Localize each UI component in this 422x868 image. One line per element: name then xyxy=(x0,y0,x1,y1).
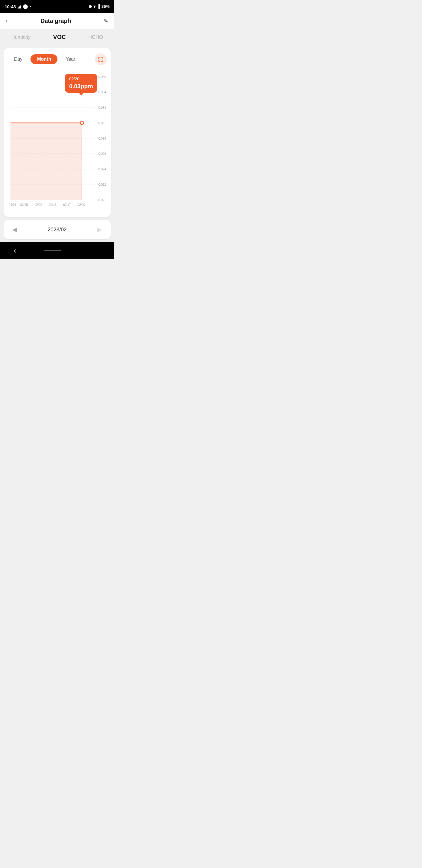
status-bar: 10:43 ◢ ⬤ ● ⊕ ▾ ▐ 36% xyxy=(0,0,114,13)
chart-svg: 0.036 0.034 0.032 0.03 0.028 0.026 0.024… xyxy=(8,71,107,212)
svg-text:02/17: 02/17 xyxy=(63,203,71,207)
next-date-button[interactable]: ▶ xyxy=(94,225,105,235)
bottom-navigation-bar: ‹ xyxy=(0,242,114,259)
svg-text:0.036: 0.036 xyxy=(98,75,106,79)
svg-text:02/13: 02/13 xyxy=(49,203,57,207)
period-month-button[interactable]: Month xyxy=(30,54,58,64)
bottom-back-button[interactable]: ‹ xyxy=(14,246,17,255)
gps-icon: ⊕ xyxy=(89,4,92,9)
status-left: 10:43 ◢ ⬤ ● xyxy=(5,4,31,9)
prev-date-button[interactable]: ◀ xyxy=(9,225,20,235)
dot-icon: ● xyxy=(30,5,31,8)
svg-text:0.02: 0.02 xyxy=(98,198,104,202)
chart-container: 02/20 0.03ppm 0. xyxy=(8,71,107,212)
svg-text:0.024: 0.024 xyxy=(98,167,106,171)
expand-chart-button[interactable] xyxy=(95,53,107,65)
header: ‹ Data graph ✎ xyxy=(0,13,114,29)
main-content: Day Month Year 02/20 0.03ppm xyxy=(0,45,114,242)
period-year-button[interactable]: Year xyxy=(59,54,82,64)
svg-text:0.03: 0.03 xyxy=(98,121,104,125)
chart-fill-area xyxy=(10,123,82,200)
svg-text:02/20: 02/20 xyxy=(77,203,85,207)
page-title: Data graph xyxy=(40,18,71,24)
current-date-label: 2023/02 xyxy=(47,227,67,233)
facebook-icon: ⬤ xyxy=(23,4,28,9)
chart-card: Day Month Year 02/20 0.03ppm xyxy=(3,48,111,217)
svg-text:0.034: 0.034 xyxy=(98,90,106,94)
wifi-icon: ▾ xyxy=(94,4,96,9)
status-right: ⊕ ▾ ▐ 36% xyxy=(89,4,109,9)
time-display: 10:43 xyxy=(5,4,16,9)
svg-text:0.022: 0.022 xyxy=(98,183,106,186)
svg-text:0.026: 0.026 xyxy=(98,152,106,155)
time-period-selector: Day Month Year xyxy=(8,53,107,65)
tab-voc[interactable]: VOC xyxy=(50,33,69,42)
edit-button[interactable]: ✎ xyxy=(103,17,108,24)
svg-text:0.028: 0.028 xyxy=(98,137,106,140)
sensor-type-tabs: Humidity VOC HCHO xyxy=(0,29,114,45)
svg-text:02/01: 02/01 xyxy=(9,203,17,207)
date-navigation-card: ◀ 2023/02 ▶ xyxy=(3,220,111,239)
back-button[interactable]: ‹ xyxy=(6,17,8,25)
period-day-button[interactable]: Day xyxy=(8,54,29,64)
svg-text:02/05: 02/05 xyxy=(20,203,28,207)
battery-display: 36% xyxy=(101,4,109,9)
tab-humidity[interactable]: Humidity xyxy=(8,33,34,41)
svg-text:02/09: 02/09 xyxy=(35,203,42,207)
signal-icon: ▐ xyxy=(97,4,100,9)
home-indicator[interactable] xyxy=(44,250,61,251)
tab-hcho[interactable]: HCHO xyxy=(85,33,107,41)
location-icon: ◢ xyxy=(18,4,21,9)
svg-text:0.032: 0.032 xyxy=(98,106,106,110)
